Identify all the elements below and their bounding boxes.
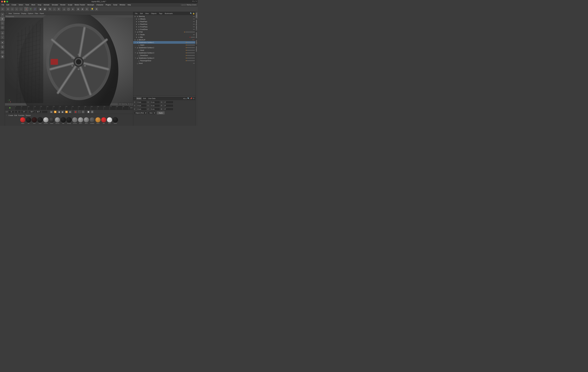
menu-character[interactable]: Character: [95, 4, 104, 6]
tree-lock-rearpass[interactable]: ●: [194, 21, 195, 22]
viewport-display-menu[interactable]: Display: [21, 13, 26, 14]
current-frame-input[interactable]: [21, 111, 27, 113]
attr-tz-field[interactable]: [150, 108, 160, 110]
transport-settings[interactable]: ☰: [91, 110, 94, 114]
tree-mat-subdiv4[interactable]: ■: [186, 57, 187, 59]
mat-caliper-swatch[interactable]: [20, 117, 25, 123]
menu-create[interactable]: Create: [10, 4, 17, 6]
tree-subdiv3[interactable]: ▼ ◈ Subdivision Surface.3 ■ ●●●●●●●●●●: [133, 52, 195, 54]
mat-mat1[interactable]: Mat.1: [107, 117, 112, 124]
tree-lock-reardrive[interactable]: ●: [194, 23, 195, 25]
step-frame-input[interactable]: [15, 111, 21, 113]
attr-z-field[interactable]: [137, 108, 147, 110]
mat-vents[interactable]: vents: [37, 117, 43, 124]
tree-lock-studio[interactable]: ●: [194, 34, 195, 35]
tree-hood2[interactable]: △ Hood ● ●: [133, 62, 195, 64]
x-axis-button[interactable]: ✕: [24, 7, 28, 11]
viewport-cameras-menu[interactable]: Cameras: [13, 13, 20, 14]
mat-chrome-swatch[interactable]: [55, 117, 60, 123]
mat-edit-menu[interactable]: Edit: [14, 115, 17, 116]
soft-selection-button[interactable]: ⊗: [80, 7, 84, 11]
attr-b-field[interactable]: [164, 108, 173, 110]
end-frame-input[interactable]: [29, 111, 35, 113]
strip-tab-objects[interactable]: Objects: [195, 12, 198, 19]
close-button[interactable]: [1, 1, 3, 2]
mat-bolts-swatch[interactable]: [32, 117, 37, 123]
tree-lock-frontdrive[interactable]: ●: [194, 29, 195, 30]
tree-mat-driverdoor[interactable]: ■: [186, 55, 187, 56]
mat-concret-swatch[interactable]: [72, 117, 78, 123]
viewport-options-menu[interactable]: Options: [28, 13, 33, 14]
strip-tab-attributes[interactable]: Attributes: [195, 45, 198, 53]
menu-simulate[interactable]: Simulate: [51, 4, 59, 6]
menu-mograph[interactable]: MoGraph: [86, 4, 95, 6]
minimize-button[interactable]: [4, 1, 6, 2]
menu-render[interactable]: Render: [59, 4, 67, 6]
attr-tab-user-data[interactable]: User Data: [147, 97, 156, 100]
mat-chrome[interactable]: chrome: [55, 117, 60, 124]
scale-button[interactable]: ↔: [52, 7, 56, 11]
tree-vis-studio[interactable]: ●: [193, 34, 194, 35]
tree-frontdrive[interactable]: ▶ ⊕ FrontDrive ● ●: [133, 28, 195, 31]
tree-studio[interactable]: ▶ ⊕ Studio ● ●: [133, 33, 195, 36]
tool-selection[interactable]: ↕: [0, 35, 4, 39]
mat-danel[interactable]: Danel: [95, 117, 101, 124]
auto-key-button[interactable]: ⚫: [78, 110, 81, 114]
mat-create-menu[interactable]: Create: [8, 115, 13, 116]
search-icon[interactable]: 🔍: [190, 12, 192, 14]
tool-grid[interactable]: ⬡: [0, 50, 4, 54]
z-axis-button[interactable]: Z: [33, 7, 37, 11]
rp-tab-edit[interactable]: Edit: [139, 12, 144, 15]
menu-file[interactable]: File: [0, 4, 5, 6]
mat-rubber2-swatch[interactable]: [113, 117, 118, 123]
attr-h-field[interactable]: [164, 101, 173, 104]
mat-rubber-swatch[interactable]: [49, 117, 54, 123]
tree-mat-hood1[interactable]: ■: [186, 50, 187, 51]
menu-sculpt[interactable]: Sculpt: [67, 4, 73, 6]
cube-button[interactable]: □: [10, 7, 14, 11]
prev-frame-button[interactable]: ◀: [57, 110, 61, 114]
tool-poly[interactable]: ⬡: [0, 25, 4, 30]
attr-tab-mode[interactable]: Mode: [136, 97, 142, 100]
attr-y-field[interactable]: [137, 104, 147, 107]
tree-lock-backup[interactable]: ✕: [194, 39, 195, 41]
tree-passengerdoor[interactable]: △ PassengerDoor ■ ●●●●●●●●●●: [133, 59, 195, 62]
viewport-panel-menu[interactable]: Panel: [40, 13, 44, 14]
attr-pin-icon[interactable]: 📌: [190, 97, 192, 99]
mat-metal06-swatch[interactable]: [89, 117, 95, 123]
tree-driverdoor[interactable]: △ DriverDoor ■ ●●●●●●●●●●: [133, 54, 195, 57]
symmetry-button[interactable]: ⊙: [85, 7, 89, 11]
mat-vents-swatch[interactable]: [37, 117, 43, 123]
tree-lock-wheels[interactable]: ●: [194, 18, 195, 20]
tree-vis-rearpass[interactable]: ●: [193, 21, 194, 22]
mat-mat-swatch[interactable]: [61, 117, 66, 123]
mat-wheelpi[interactable]: wheelpi: [66, 117, 72, 124]
attr-tx-field[interactable]: [150, 101, 160, 104]
timeline-track[interactable]: 0 5 10 15 20 25 30 35 40 45 50 55 60 65 …: [15, 106, 130, 110]
timeline-btn[interactable]: ⬢: [87, 110, 90, 114]
play-button[interactable]: ▶: [61, 110, 64, 114]
tree-scrollbar-thumb[interactable]: [133, 96, 195, 97]
viewport-3d[interactable]: Perspective Grid Spacing: 10 cm ↑ Y → X: [5, 15, 133, 106]
tree-bits[interactable]: ▶ ⊕ Bits ■ ●●●●●: [133, 36, 195, 39]
menu-mesh[interactable]: Mesh: [30, 4, 36, 6]
undo-button[interactable]: ↩: [0, 7, 5, 11]
timeline-ruler[interactable]: 0 5 10 15 20 25 30 35 40 45 50 55 60 65 …: [5, 106, 133, 110]
attr-tab-edit[interactable]: Edit: [143, 97, 147, 100]
mat-mat-red-swatch[interactable]: [101, 117, 106, 123]
mat-mat1-swatch[interactable]: [107, 117, 112, 123]
extra-frame-input[interactable]: [42, 111, 48, 113]
strip-tab-layers[interactable]: Layers: [195, 39, 198, 45]
attr-p-field[interactable]: [164, 104, 173, 107]
mat-mat2-swatch[interactable]: [84, 117, 89, 123]
maximize-button[interactable]: [6, 1, 8, 2]
tree-subdiv2[interactable]: ▼ ◈ Subdivision Surface.2 ■ ●●●●●●●●●●: [133, 46, 195, 49]
tree-vis-frontpass[interactable]: ●: [193, 26, 194, 28]
mat-function-menu[interactable]: Function: [18, 115, 24, 116]
go-to-start-button[interactable]: ⏮: [50, 110, 53, 114]
viewport-filter-menu[interactable]: Filter: [35, 13, 38, 14]
tree-vis-wheels[interactable]: ●: [193, 18, 194, 20]
record-button[interactable]: ⏺: [74, 110, 77, 114]
attr-size-dropdown[interactable]: Size: [148, 111, 156, 114]
apply-button[interactable]: Apply: [157, 111, 165, 115]
